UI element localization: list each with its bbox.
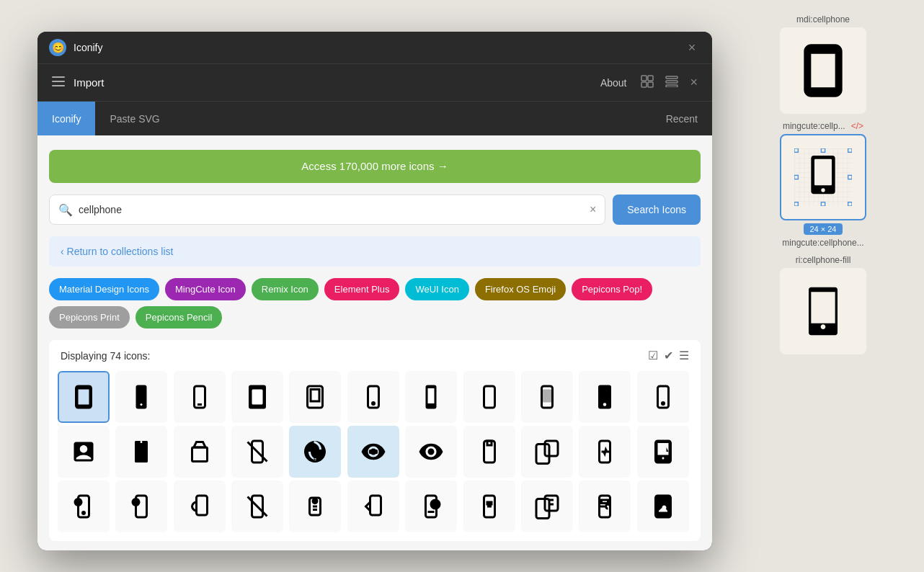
tag-pepicons-pencil[interactable]: Pepicons Pencil (136, 306, 223, 329)
preview-box-1[interactable] (780, 27, 866, 114)
view-ctrl-check1[interactable]: ☑ (648, 349, 658, 362)
icon-cell-9[interactable] (521, 371, 573, 423)
tab-iconify[interactable]: Iconify (37, 102, 95, 135)
icon-cell-20[interactable] (521, 426, 573, 478)
search-input[interactable] (79, 204, 590, 215)
icon-cell-2[interactable] (115, 371, 167, 423)
svg-rect-2 (814, 159, 832, 186)
icon-cell-22[interactable] (637, 426, 689, 478)
tag-pepicons-print[interactable]: Pepicons Print (49, 306, 130, 329)
icon-cell-11[interactable] (637, 371, 689, 423)
icons-count-label: Displaying 74 icons: (61, 350, 151, 362)
icon-cell-26[interactable] (231, 481, 283, 532)
icon-cell-5[interactable] (289, 371, 341, 423)
svg-rect-19 (666, 76, 678, 79)
tab-recent-label: Recent (666, 113, 698, 125)
svg-rect-65 (536, 499, 549, 519)
icon-cell-3[interactable] (174, 371, 226, 423)
icon-cell-31[interactable] (521, 481, 573, 532)
nav-icon-group: × (638, 72, 701, 94)
icon-cell-24[interactable] (115, 481, 167, 532)
layout-icon-2[interactable] (662, 73, 681, 93)
icon-cell-17[interactable] (347, 426, 399, 478)
access-banner[interactable]: Access 170,000 more icons → (49, 150, 701, 183)
tag-element-plus[interactable]: Element Plus (324, 278, 400, 300)
icon-cell-33[interactable] (637, 481, 689, 532)
svg-marker-50 (666, 447, 668, 452)
view-ctrl-check2[interactable]: ✔ (664, 349, 673, 362)
search-input-wrapper[interactable]: 🔍 × (49, 195, 605, 225)
nav-close-button[interactable]: × (687, 72, 701, 93)
svg-rect-27 (252, 390, 263, 405)
icon-cell-6[interactable] (347, 371, 399, 423)
icon-cell-10[interactable] (579, 371, 631, 423)
tab-recent[interactable]: Recent (652, 102, 712, 135)
nav-about-button[interactable]: About (595, 74, 633, 91)
svg-rect-44 (369, 450, 378, 454)
svg-point-3 (821, 188, 825, 192)
title-bar: 😊 Iconify × (37, 32, 712, 63)
nav-bar: Import About × (37, 63, 712, 101)
svg-point-40 (662, 403, 664, 405)
svg-rect-41 (192, 447, 207, 462)
content-area[interactable]: Access 170,000 more icons → 🔍 × Search I… (37, 135, 712, 550)
icon-cell-1[interactable] (58, 371, 110, 423)
tab-paste-svg[interactable]: Paste SVG (95, 102, 174, 135)
return-to-collections[interactable]: ‹ Return to collections list (49, 236, 701, 267)
svg-rect-16 (648, 76, 653, 81)
tab-iconify-label: Iconify (52, 113, 81, 125)
menu-icon[interactable] (49, 72, 68, 93)
svg-rect-13 (52, 81, 65, 82)
icon-cell-28[interactable] (347, 481, 399, 532)
icon-cell-4[interactable] (231, 371, 283, 423)
tag-firefox-os-emoji[interactable]: Firefox OS Emoji (475, 278, 566, 300)
tag-mingcute-icon[interactable]: MingCute Icon (165, 278, 246, 300)
icon-cell-19[interactable] (463, 426, 515, 478)
preview-box-3[interactable] (780, 268, 866, 354)
layout-icon-1[interactable] (638, 72, 657, 94)
tag-material-design-icons[interactable]: Material Design Icons (49, 278, 159, 300)
logo-emoji: 😊 (52, 42, 64, 53)
svg-rect-14 (52, 85, 65, 86)
icon-cell-7[interactable] (405, 371, 457, 423)
icon-cell-18[interactable] (405, 426, 457, 478)
preview-item-1[interactable]: mdi:cellphone (780, 14, 866, 114)
icon-cell-13[interactable] (115, 426, 167, 478)
icons-grid (58, 371, 692, 532)
svg-rect-12 (52, 76, 65, 78)
icon-cell-16[interactable] (289, 426, 341, 478)
search-icon: 🔍 (58, 203, 73, 217)
preview-label-2: mingcute:cellp... (783, 121, 845, 131)
svg-point-23 (141, 403, 143, 406)
preview-label-3: ri:cellphone-fill (796, 255, 851, 265)
search-icons-button[interactable]: Search Icons (613, 195, 701, 225)
preview-item-3[interactable]: ri:cellphone-fill (780, 255, 866, 354)
tag-remix-icon[interactable]: Remix Icon (252, 278, 319, 300)
icon-cell-32[interactable] (579, 481, 631, 532)
svg-point-52 (83, 512, 85, 514)
preview-box-2[interactable] (780, 134, 866, 220)
svg-rect-34 (484, 386, 494, 408)
svg-point-55 (133, 499, 139, 506)
tag-weui-icon[interactable]: WeUI Icon (405, 278, 468, 300)
icon-cell-21[interactable] (579, 426, 631, 478)
window-close-button[interactable]: × (683, 39, 701, 56)
icon-cell-15[interactable] (231, 426, 283, 478)
icon-cell-30[interactable] (463, 481, 515, 532)
icon-cell-14[interactable] (174, 426, 226, 478)
nav-import-label: Import (74, 76, 589, 89)
search-clear-button[interactable]: × (590, 203, 596, 216)
icon-cell-27[interactable] (289, 481, 341, 532)
icon-cell-23[interactable] (58, 481, 110, 532)
preview-label-1: mdi:cellphone (796, 14, 850, 24)
right-panel: mdi:cellphone mingcute:cellp... </> (722, 0, 924, 572)
icon-cell-12[interactable] (58, 426, 110, 478)
icon-cell-29[interactable] (405, 481, 457, 532)
view-ctrl-list[interactable]: ☰ (679, 349, 689, 362)
icon-cell-25[interactable] (174, 481, 226, 532)
preview-item-2[interactable]: mingcute:cellp... </> (780, 121, 866, 248)
svg-point-38 (603, 403, 607, 406)
tag-pepicons-pop[interactable]: Pepicons Pop! (572, 278, 652, 300)
icon-cell-8[interactable] (463, 371, 515, 423)
svg-point-60 (313, 499, 317, 504)
